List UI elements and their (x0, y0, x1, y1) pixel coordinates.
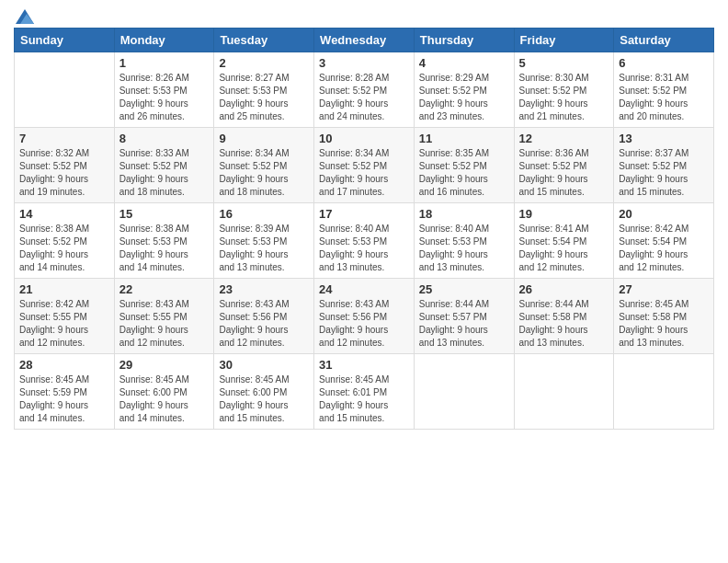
day-info: Sunrise: 8:29 AM Sunset: 5:52 PM Dayligh… (419, 72, 509, 123)
day-info: Sunrise: 8:45 AM Sunset: 6:00 PM Dayligh… (219, 373, 309, 425)
header (14, 9, 714, 20)
calendar-cell: 9Sunrise: 8:34 AM Sunset: 5:52 PM Daylig… (214, 128, 314, 203)
day-number: 16 (219, 207, 309, 221)
weekday-header: Tuesday (214, 29, 314, 52)
calendar-cell: 30Sunrise: 8:45 AM Sunset: 6:00 PM Dayli… (214, 354, 314, 430)
calendar-cell: 3Sunrise: 8:28 AM Sunset: 5:52 PM Daylig… (314, 52, 415, 128)
weekday-header: Sunday (15, 29, 115, 52)
weekday-header: Wednesday (314, 29, 415, 52)
logo-icon (16, 9, 34, 24)
day-number: 21 (19, 282, 109, 296)
day-number: 7 (19, 132, 109, 145)
day-info: Sunrise: 8:43 AM Sunset: 5:56 PM Dayligh… (219, 298, 309, 350)
logo (14, 9, 36, 20)
day-info: Sunrise: 8:42 AM Sunset: 5:55 PM Dayligh… (19, 298, 109, 350)
weekday-header: Saturday (614, 29, 714, 52)
day-number: 9 (219, 132, 309, 145)
calendar-cell (614, 354, 714, 430)
day-number: 18 (419, 207, 509, 221)
calendar-header-row: SundayMondayTuesdayWednesdayThursdayFrid… (15, 29, 714, 52)
day-info: Sunrise: 8:38 AM Sunset: 5:53 PM Dayligh… (119, 223, 210, 274)
day-info: Sunrise: 8:41 AM Sunset: 5:54 PM Dayligh… (519, 223, 609, 274)
day-info: Sunrise: 8:34 AM Sunset: 5:52 PM Dayligh… (219, 147, 309, 199)
calendar-week-row: 14Sunrise: 8:38 AM Sunset: 5:52 PM Dayli… (15, 203, 714, 279)
day-info: Sunrise: 8:40 AM Sunset: 5:53 PM Dayligh… (419, 223, 509, 274)
day-info: Sunrise: 8:35 AM Sunset: 5:52 PM Dayligh… (419, 147, 509, 199)
day-number: 4 (419, 56, 509, 70)
calendar: SundayMondayTuesdayWednesdayThursdayFrid… (14, 28, 714, 430)
calendar-cell: 14Sunrise: 8:38 AM Sunset: 5:52 PM Dayli… (15, 203, 115, 279)
calendar-cell: 27Sunrise: 8:45 AM Sunset: 5:58 PM Dayli… (614, 279, 714, 354)
day-number: 8 (119, 132, 210, 145)
day-number: 29 (119, 358, 210, 372)
calendar-cell: 13Sunrise: 8:37 AM Sunset: 5:52 PM Dayli… (614, 128, 714, 203)
day-info: Sunrise: 8:31 AM Sunset: 5:52 PM Dayligh… (619, 72, 709, 123)
calendar-cell: 5Sunrise: 8:30 AM Sunset: 5:52 PM Daylig… (514, 52, 614, 128)
day-number: 5 (519, 56, 609, 70)
day-number: 28 (19, 358, 109, 372)
calendar-cell: 31Sunrise: 8:45 AM Sunset: 6:01 PM Dayli… (314, 354, 415, 430)
calendar-cell: 23Sunrise: 8:43 AM Sunset: 5:56 PM Dayli… (214, 279, 314, 354)
day-number: 13 (619, 132, 709, 145)
day-number: 11 (419, 132, 509, 145)
day-info: Sunrise: 8:34 AM Sunset: 5:52 PM Dayligh… (319, 147, 409, 199)
day-number: 20 (619, 207, 709, 221)
calendar-cell: 22Sunrise: 8:43 AM Sunset: 5:55 PM Dayli… (114, 279, 214, 354)
weekday-header: Thursday (414, 29, 514, 52)
calendar-cell: 20Sunrise: 8:42 AM Sunset: 5:54 PM Dayli… (614, 203, 714, 279)
calendar-cell: 24Sunrise: 8:43 AM Sunset: 5:56 PM Dayli… (314, 279, 415, 354)
day-number: 17 (319, 207, 409, 221)
calendar-cell: 25Sunrise: 8:44 AM Sunset: 5:57 PM Dayli… (414, 279, 514, 354)
day-info: Sunrise: 8:43 AM Sunset: 5:55 PM Dayligh… (119, 298, 210, 350)
day-number: 14 (19, 207, 109, 221)
day-info: Sunrise: 8:45 AM Sunset: 6:00 PM Dayligh… (119, 373, 210, 425)
calendar-cell: 26Sunrise: 8:44 AM Sunset: 5:58 PM Dayli… (514, 279, 614, 354)
calendar-cell: 12Sunrise: 8:36 AM Sunset: 5:52 PM Dayli… (514, 128, 614, 203)
calendar-cell: 7Sunrise: 8:32 AM Sunset: 5:52 PM Daylig… (15, 128, 115, 203)
day-info: Sunrise: 8:45 AM Sunset: 6:01 PM Dayligh… (319, 373, 409, 425)
calendar-cell: 28Sunrise: 8:45 AM Sunset: 5:59 PM Dayli… (15, 354, 115, 430)
calendar-cell (414, 354, 514, 430)
day-number: 24 (319, 282, 409, 296)
day-number: 23 (219, 282, 309, 296)
calendar-cell: 19Sunrise: 8:41 AM Sunset: 5:54 PM Dayli… (514, 203, 614, 279)
calendar-cell: 11Sunrise: 8:35 AM Sunset: 5:52 PM Dayli… (414, 128, 514, 203)
calendar-week-row: 28Sunrise: 8:45 AM Sunset: 5:59 PM Dayli… (15, 354, 714, 430)
day-info: Sunrise: 8:33 AM Sunset: 5:52 PM Dayligh… (119, 147, 210, 199)
weekday-header: Friday (514, 29, 614, 52)
day-number: 27 (619, 282, 709, 296)
day-info: Sunrise: 8:36 AM Sunset: 5:52 PM Dayligh… (519, 147, 609, 199)
day-info: Sunrise: 8:44 AM Sunset: 5:57 PM Dayligh… (419, 298, 509, 350)
day-info: Sunrise: 8:27 AM Sunset: 5:53 PM Dayligh… (219, 72, 309, 123)
calendar-cell: 10Sunrise: 8:34 AM Sunset: 5:52 PM Dayli… (314, 128, 415, 203)
day-info: Sunrise: 8:37 AM Sunset: 5:52 PM Dayligh… (619, 147, 709, 199)
day-number: 2 (219, 56, 309, 70)
day-number: 26 (519, 282, 609, 296)
calendar-cell: 4Sunrise: 8:29 AM Sunset: 5:52 PM Daylig… (414, 52, 514, 128)
day-info: Sunrise: 8:42 AM Sunset: 5:54 PM Dayligh… (619, 223, 709, 274)
day-info: Sunrise: 8:26 AM Sunset: 5:53 PM Dayligh… (119, 72, 210, 123)
calendar-cell: 17Sunrise: 8:40 AM Sunset: 5:53 PM Dayli… (314, 203, 415, 279)
day-info: Sunrise: 8:43 AM Sunset: 5:56 PM Dayligh… (319, 298, 409, 350)
calendar-cell: 18Sunrise: 8:40 AM Sunset: 5:53 PM Dayli… (414, 203, 514, 279)
day-info: Sunrise: 8:30 AM Sunset: 5:52 PM Dayligh… (519, 72, 609, 123)
day-number: 31 (319, 358, 409, 372)
calendar-week-row: 1Sunrise: 8:26 AM Sunset: 5:53 PM Daylig… (15, 52, 714, 128)
day-number: 25 (419, 282, 509, 296)
logo-text (14, 9, 36, 24)
day-info: Sunrise: 8:40 AM Sunset: 5:53 PM Dayligh… (319, 223, 409, 274)
calendar-cell: 1Sunrise: 8:26 AM Sunset: 5:53 PM Daylig… (114, 52, 214, 128)
weekday-header: Monday (114, 29, 214, 52)
day-number: 12 (519, 132, 609, 145)
calendar-cell: 2Sunrise: 8:27 AM Sunset: 5:53 PM Daylig… (214, 52, 314, 128)
day-info: Sunrise: 8:28 AM Sunset: 5:52 PM Dayligh… (319, 72, 409, 123)
calendar-cell: 15Sunrise: 8:38 AM Sunset: 5:53 PM Dayli… (114, 203, 214, 279)
day-number: 15 (119, 207, 210, 221)
day-info: Sunrise: 8:32 AM Sunset: 5:52 PM Dayligh… (19, 147, 109, 199)
day-info: Sunrise: 8:39 AM Sunset: 5:53 PM Dayligh… (219, 223, 309, 274)
calendar-cell (15, 52, 115, 128)
day-info: Sunrise: 8:45 AM Sunset: 5:59 PM Dayligh… (19, 373, 109, 425)
calendar-week-row: 21Sunrise: 8:42 AM Sunset: 5:55 PM Dayli… (15, 279, 714, 354)
calendar-cell: 21Sunrise: 8:42 AM Sunset: 5:55 PM Dayli… (15, 279, 115, 354)
calendar-cell: 8Sunrise: 8:33 AM Sunset: 5:52 PM Daylig… (114, 128, 214, 203)
